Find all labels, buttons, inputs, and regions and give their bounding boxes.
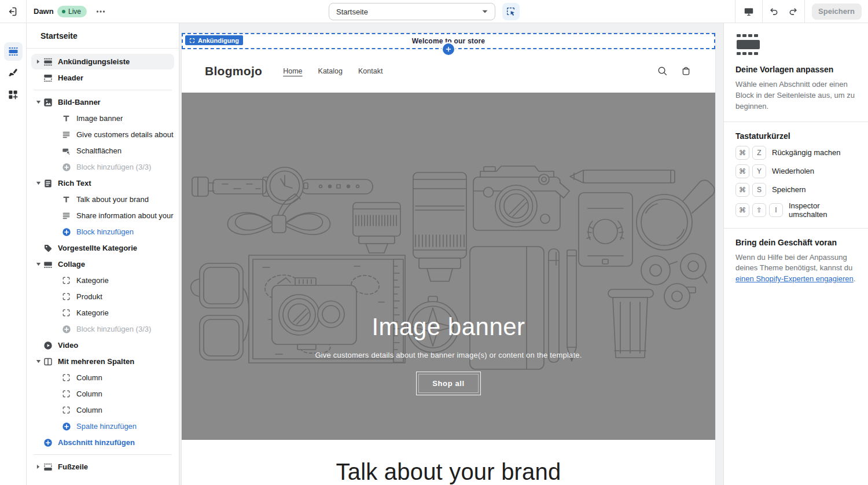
kbd-key: I bbox=[769, 203, 783, 217]
featured-collection-icon bbox=[43, 243, 53, 253]
sidebar-block-column[interactable]: Column bbox=[31, 402, 174, 418]
nav-item-katalog[interactable]: Katalog bbox=[318, 67, 343, 75]
desktop-preview-button[interactable] bbox=[741, 3, 757, 20]
sidebar-item-bild-banner[interactable]: Bild-Banner bbox=[31, 94, 174, 110]
hire-expert-link[interactable]: einen Shopify-Experten engagieren bbox=[735, 274, 854, 283]
shortcut-label: Rückgängig machen bbox=[772, 148, 841, 157]
announcement-selection-chip[interactable]: Ankündigung bbox=[185, 35, 243, 45]
search-button[interactable] bbox=[656, 65, 668, 78]
sidebar-add-block-hinzufugen-3-3[interactable]: Block hinzufügen (3/3) bbox=[31, 159, 174, 175]
sidebar-item-fusszeile[interactable]: Fußzeile bbox=[31, 459, 174, 475]
sidebar-item-label: Kategorie bbox=[76, 276, 109, 285]
image-banner-section[interactable]: Image banner Give customers details abou… bbox=[182, 93, 715, 440]
sidebar-item-label: Give customers details about ... bbox=[76, 130, 174, 139]
cart-button[interactable] bbox=[679, 65, 692, 78]
brackets-icon bbox=[189, 38, 195, 43]
sidebar-block-kategorie[interactable]: Kategorie bbox=[31, 273, 174, 288]
sidebar-block-talk-about-your-brand[interactable]: Talk about your brand bbox=[31, 192, 174, 207]
chevron-down-icon[interactable] bbox=[34, 100, 43, 104]
rich-text-section[interactable]: Talk about your brand bbox=[182, 440, 715, 485]
sidebar-divider bbox=[34, 90, 172, 90]
brackets-icon bbox=[61, 275, 71, 285]
rail-item-app-embeds[interactable] bbox=[4, 85, 23, 104]
footer-icon bbox=[43, 462, 53, 472]
kbd-key: Y bbox=[752, 164, 766, 178]
sidebar-item-label: Column bbox=[76, 406, 102, 414]
chevron-right-icon[interactable] bbox=[34, 59, 43, 64]
sidebar-item-label: Spalte hinzufügen bbox=[76, 422, 137, 431]
nav-item-home[interactable]: Home bbox=[283, 67, 302, 75]
kbd-key: ⌘ bbox=[735, 203, 749, 217]
plus-circle-icon bbox=[61, 324, 71, 334]
sidebar-add-block-hinzufugen-3-3[interactable]: Block hinzufügen (3/3) bbox=[31, 321, 174, 337]
sidebar-block-produkt[interactable]: Produkt bbox=[31, 289, 174, 304]
chevron-right-icon[interactable] bbox=[34, 464, 43, 469]
kbd-key: ⌘ bbox=[735, 183, 749, 197]
add-section-plus-button[interactable] bbox=[443, 43, 454, 55]
redo-icon bbox=[788, 6, 799, 17]
sidebar-block-schaltflachen[interactable]: Schaltflächen bbox=[31, 143, 174, 159]
more-actions-button[interactable] bbox=[93, 5, 109, 19]
rich-text-icon bbox=[43, 178, 53, 188]
store-header-section[interactable]: Blogmojo HomeKatalogKontakt bbox=[182, 49, 715, 93]
announcement-bar-section[interactable]: Ankündigung Welcome to our store bbox=[182, 33, 715, 49]
chevron-down-icon[interactable] bbox=[34, 181, 43, 185]
sidebar-block-column[interactable]: Column bbox=[31, 386, 174, 402]
sidebar-item-label: Collage bbox=[58, 260, 85, 269]
topbar: Dawn Live Startseite Speichern bbox=[0, 0, 868, 23]
chevron-down-icon[interactable] bbox=[34, 359, 43, 363]
promo-title: Bring dein Geschäft voran bbox=[735, 238, 856, 247]
inspector-panel: Deine Vorlagen anpassen Wähle einen Absc… bbox=[723, 23, 868, 485]
sidebar-add-block-hinzufugen[interactable]: Block hinzufügen bbox=[31, 224, 174, 240]
exit-editor-button[interactable] bbox=[0, 0, 27, 23]
panel-body: Wähle einen Abschnitt oder einen Block i… bbox=[735, 79, 856, 112]
panel-divider bbox=[724, 122, 868, 122]
page-selector-dropdown[interactable]: Startseite bbox=[329, 3, 495, 20]
theme-name: Dawn bbox=[34, 7, 54, 16]
sidebar-item-rich-text[interactable]: Rich Text bbox=[31, 175, 174, 191]
rail-item-theme-settings[interactable] bbox=[4, 64, 23, 82]
store-logo[interactable]: Blogmojo bbox=[205, 64, 262, 78]
sidebar-block-image-banner[interactable]: Image banner bbox=[31, 111, 174, 126]
shortcut-row: ⌘SSpeichern bbox=[735, 183, 856, 197]
shop-all-button[interactable]: Shop all bbox=[416, 372, 480, 395]
shortcut-label: Wiederholen bbox=[772, 167, 814, 175]
sidebar-item-vorgestellte-kategorie[interactable]: Vorgestellte Kategorie bbox=[31, 240, 174, 256]
sidebar-add-abschnitt-hinzufugen[interactable]: Abschnitt hinzufügen bbox=[31, 435, 174, 450]
sidebar-item-label: Talk about your brand bbox=[76, 195, 149, 204]
sidebar-block-give-customers-details-about[interactable]: Give customers details about ... bbox=[31, 127, 174, 142]
sidebar-item-collage[interactable]: Collage bbox=[31, 256, 174, 272]
inspector-toggle-button[interactable] bbox=[502, 3, 520, 20]
paragraph-icon bbox=[61, 211, 71, 221]
buttons-icon bbox=[61, 146, 71, 156]
undo-button[interactable] bbox=[766, 3, 782, 20]
sidebar-item-video[interactable]: Video bbox=[31, 337, 174, 353]
live-dot-icon bbox=[62, 10, 65, 13]
sidebar-add-spalte-hinzufugen[interactable]: Spalte hinzufügen bbox=[31, 418, 174, 434]
sidebar-divider bbox=[34, 454, 172, 455]
shortcut-label: Speichern bbox=[772, 185, 806, 194]
plus-circle-icon bbox=[61, 227, 71, 237]
kbd-key: Z bbox=[752, 146, 766, 160]
sidebar-item-ankundigungsleiste[interactable]: Ankündigungsleiste bbox=[31, 54, 174, 69]
sidebar-item-mit-mehreren-spalten[interactable]: Mit mehreren Spalten bbox=[31, 354, 174, 369]
sections-icon bbox=[8, 46, 19, 57]
shortcut-row: ⌘YWiederholen bbox=[735, 164, 856, 178]
rail-item-sections[interactable] bbox=[4, 42, 23, 61]
plus-circle-icon bbox=[61, 162, 71, 172]
banner-content: Image banner Give customers details abou… bbox=[182, 313, 715, 395]
section-list: AnkündigungsleisteHeaderBild-BannerImage… bbox=[27, 49, 179, 480]
sidebar-block-column[interactable]: Column bbox=[31, 370, 174, 385]
redo-button[interactable] bbox=[785, 3, 801, 20]
sidebar-block-share-information-about-your[interactable]: Share information about your ... bbox=[31, 208, 174, 223]
sidebar-item-header[interactable]: Header bbox=[31, 70, 174, 86]
nav-item-kontakt[interactable]: Kontakt bbox=[358, 67, 382, 75]
sidebar-item-label: Bild-Banner bbox=[58, 98, 101, 106]
exit-icon bbox=[8, 6, 19, 17]
sidebar-item-label: Rich Text bbox=[58, 179, 91, 188]
save-button[interactable]: Speichern bbox=[812, 3, 862, 20]
chevron-down-icon[interactable] bbox=[34, 262, 43, 266]
shortcut-list: ⌘ZRückgängig machen⌘YWiederholen⌘SSpeich… bbox=[735, 146, 856, 219]
sidebar-block-kategorie[interactable]: Kategorie bbox=[31, 305, 174, 321]
preview-area: Ankündigung Welcome to our store Blogmoj… bbox=[179, 23, 723, 485]
